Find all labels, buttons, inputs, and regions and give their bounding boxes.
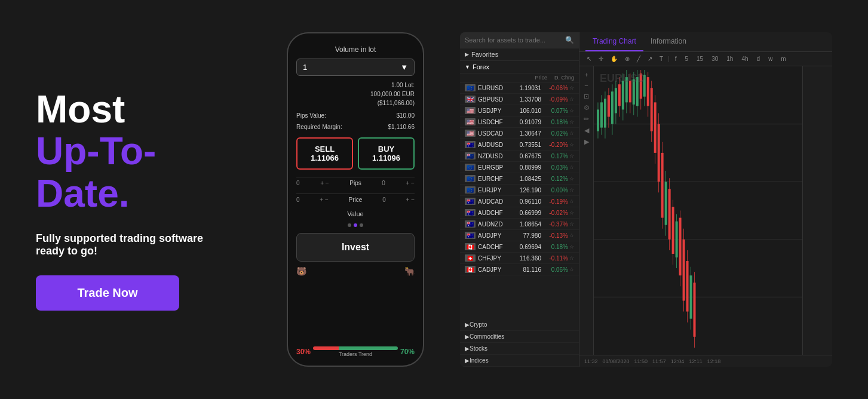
asset-row[interactable]: 🇨🇦 CADJPY 81.116 0.06% ☆ xyxy=(460,264,579,275)
indices-category[interactable]: ▶ Indices xyxy=(460,355,579,367)
crosshair-icon[interactable]: ✛ xyxy=(596,54,606,63)
bear-icon: 🐻 xyxy=(296,266,306,276)
asset-price: 0.88999 xyxy=(511,164,541,171)
asset-price: 0.91079 xyxy=(511,119,541,125)
asset-row[interactable]: 🇦🇺 AUDCAD 0.96110 -0.19% ☆ xyxy=(460,196,579,207)
time-label-1: 11:32 xyxy=(584,358,598,364)
tf-w[interactable]: w xyxy=(765,54,775,63)
star-icon[interactable]: ☆ xyxy=(569,176,574,182)
asset-row[interactable]: 🇦🇺 AUDCHF 0.66999 -0.02% ☆ xyxy=(460,207,579,219)
zoom-icon[interactable]: ⊕ xyxy=(622,54,632,63)
chart-area: + − ⊡ ⚙ ✏ ◀ ▶ EURUSD xyxy=(579,66,832,355)
asset-name: CHFJPY xyxy=(478,255,511,262)
tf-4h[interactable]: 4h xyxy=(738,54,751,63)
crypto-category[interactable]: ▶ Crypto xyxy=(460,319,579,331)
star-icon[interactable]: ☆ xyxy=(569,266,574,272)
asset-name: USDJPY xyxy=(478,108,511,114)
left-arrow-icon[interactable]: ◀ xyxy=(584,127,589,134)
asset-row[interactable]: 🇨🇦 CADCHF 0.69694 0.18% ☆ xyxy=(460,241,579,253)
flag-icon: 🇨🇭 xyxy=(465,254,476,262)
asset-name: EURJPY xyxy=(478,187,511,194)
fit-icon[interactable]: ⊡ xyxy=(584,93,589,100)
text-icon[interactable]: T xyxy=(657,54,665,63)
flag-icon: 🇺🇸 xyxy=(465,118,476,125)
favorites-category[interactable]: ▶ Favorites xyxy=(460,48,579,61)
asset-price: 116.360 xyxy=(511,255,541,262)
forex-category[interactable]: ▼ Forex xyxy=(460,61,579,73)
search-input[interactable] xyxy=(465,36,562,44)
asset-row[interactable]: 🇨🇭 CHFJPY 116.360 -0.11% ☆ xyxy=(460,253,579,264)
star-icon[interactable]: ☆ xyxy=(569,108,574,113)
zoom-in-icon[interactable]: + xyxy=(584,71,588,78)
tab-trading-chart[interactable]: Trading Chart xyxy=(585,32,643,51)
asset-row[interactable]: 🇪🇺 EURJPY 126.190 0.00% ☆ xyxy=(460,185,579,196)
star-icon[interactable]: ☆ xyxy=(569,244,574,250)
asset-row[interactable]: 🇪🇺 EURCHF 1.08425 0.12% ☆ xyxy=(460,173,579,185)
star-icon[interactable]: ☆ xyxy=(569,164,574,170)
tf-d[interactable]: d xyxy=(754,54,763,63)
star-icon[interactable]: ☆ xyxy=(569,210,574,216)
draw-icon[interactable]: ✏ xyxy=(584,115,589,123)
right-arrow-icon[interactable]: ▶ xyxy=(584,138,589,146)
asset-row[interactable]: 🇦🇺 AUDNZD 1.08654 -0.37% ☆ xyxy=(460,219,579,230)
phone-mockup: Volume in lot 1 ▼ 1.00 Lot: 100,000.00 E… xyxy=(287,32,424,367)
asset-row[interactable]: 🇺🇸 USDCHF 0.91079 0.18% ☆ xyxy=(460,116,579,128)
chart-toolbar: ↖ ✛ ✋ ⊕ ╱ ↗ T | f 5 15 30 1h 4h d w m xyxy=(579,52,832,66)
star-icon[interactable]: ☆ xyxy=(569,232,574,238)
asset-row[interactable]: 🇺🇸 USDJPY 106.010 0.07% ☆ xyxy=(460,105,579,116)
stocks-category[interactable]: ▶ Stocks xyxy=(460,343,579,355)
invest-button[interactable]: Invest xyxy=(296,233,415,262)
settings-icon[interactable]: ⚙ xyxy=(584,104,590,112)
cursor-icon[interactable]: ↖ xyxy=(584,54,594,63)
asset-change: 0.18% xyxy=(541,119,568,125)
star-icon[interactable]: ☆ xyxy=(569,119,574,125)
star-icon[interactable]: ☆ xyxy=(569,221,574,227)
asset-row[interactable]: 🇦🇺 AUDJPY 77.980 -0.13% ☆ xyxy=(460,230,579,241)
line-icon[interactable]: ╱ xyxy=(634,54,643,63)
asset-row[interactable]: 🇺🇸 USDCAD 1.30647 0.02% ☆ xyxy=(460,128,579,139)
lot-eur: 100,000.00 EUR xyxy=(296,90,415,99)
trade-now-button[interactable]: Trade Now xyxy=(36,275,179,311)
trend-right-pct: 70% xyxy=(400,348,415,356)
volume-select[interactable]: 1 ▼ xyxy=(296,59,415,76)
pagination-dots xyxy=(296,223,415,227)
star-icon[interactable]: ☆ xyxy=(569,130,574,136)
asset-row[interactable]: 🇦🇺 AUDUSD 0.73551 -0.20% ☆ xyxy=(460,139,579,151)
buy-label: BUY xyxy=(361,145,411,154)
tf-5[interactable]: 5 xyxy=(682,54,692,63)
asset-row[interactable]: 🇪🇺 EURUSD 1.19031 -0.06% ☆ xyxy=(460,82,579,94)
asset-name: AUDJPY xyxy=(478,232,511,239)
flag-icon: 🇦🇺 xyxy=(465,232,476,239)
main-title: Most Up-To-Date. xyxy=(36,88,227,214)
star-icon[interactable]: ☆ xyxy=(569,96,574,102)
asset-row[interactable]: 🇬🇧 GBPUSD 1.33708 -0.09% ☆ xyxy=(460,94,579,105)
star-icon[interactable]: ☆ xyxy=(569,198,574,204)
asset-name: USDCAD xyxy=(478,130,511,137)
tf-30[interactable]: 30 xyxy=(708,54,721,63)
asset-change: 0.18% xyxy=(541,244,568,250)
star-icon[interactable]: ☆ xyxy=(569,187,574,193)
tf-15[interactable]: 15 xyxy=(694,54,706,63)
arrow-icon[interactable]: ↗ xyxy=(645,54,655,63)
stocks-label: Stocks xyxy=(470,345,487,352)
margin-row: Required Margin: $1,110.66 xyxy=(296,124,415,130)
asset-row[interactable]: 🇳🇿 NZDUSD 0.67675 0.17% ☆ xyxy=(460,151,579,162)
star-icon[interactable]: ☆ xyxy=(569,255,574,261)
zoom-out-icon[interactable]: − xyxy=(584,82,588,89)
commodities-category[interactable]: ▶ Commodities xyxy=(460,331,579,343)
star-icon[interactable]: ☆ xyxy=(569,85,574,91)
asset-name: CADJPY xyxy=(478,266,511,273)
hand-icon[interactable]: ✋ xyxy=(608,54,620,63)
star-icon[interactable]: ☆ xyxy=(569,142,574,148)
tf-1h[interactable]: 1h xyxy=(723,54,736,63)
sell-button[interactable]: SELL 1.11066 xyxy=(296,137,353,170)
flag-icon: 🇦🇺 xyxy=(465,198,476,205)
buy-button[interactable]: BUY 1.11096 xyxy=(358,137,415,170)
star-icon[interactable]: ☆ xyxy=(569,153,574,159)
asset-row[interactable]: 🇪🇺 EURGBP 0.88999 0.03% ☆ xyxy=(460,162,579,173)
tf-f[interactable]: f xyxy=(672,54,680,63)
indices-label: Indices xyxy=(470,357,489,364)
tab-information[interactable]: Information xyxy=(643,32,694,51)
tf-m[interactable]: m xyxy=(778,54,789,63)
asset-price: 81.116 xyxy=(511,266,541,273)
